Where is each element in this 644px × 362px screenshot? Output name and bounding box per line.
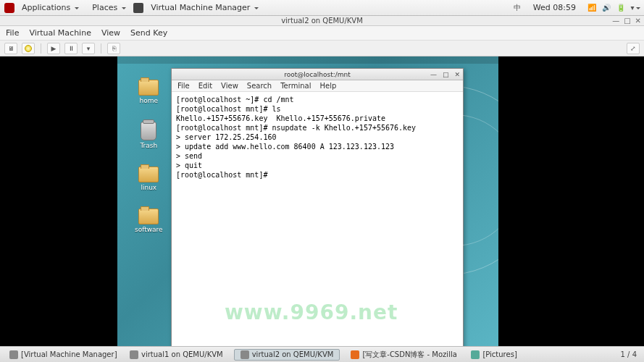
- task-label: [写文章-CSDN博客 - Mozilla Firef...: [362, 350, 460, 360]
- menu-send-key[interactable]: Send Key: [130, 28, 167, 38]
- guest-desktop: home Trash linux software root@lo: [117, 56, 498, 346]
- desktop-icons: home Trash linux software: [135, 80, 163, 233]
- menu-view[interactable]: View: [101, 28, 120, 38]
- desktop-icon-linux[interactable]: linux: [138, 167, 159, 191]
- desktop-icon-trash[interactable]: Trash: [140, 122, 157, 149]
- terminal-minimize-button[interactable]: —: [430, 71, 437, 78]
- fullscreen-button[interactable]: ⤢: [627, 43, 640, 54]
- snapshot-button[interactable]: ⎘: [107, 43, 120, 54]
- console-button[interactable]: 🖥: [4, 43, 17, 54]
- network-icon[interactable]: 📶: [587, 4, 596, 12]
- terminal-menu-terminal[interactable]: Terminal: [280, 82, 311, 90]
- app-icon: [471, 350, 480, 359]
- guest-display-area[interactable]: home Trash linux software root@lo: [0, 56, 644, 346]
- terminal-menu-view[interactable]: View: [221, 82, 238, 90]
- details-button[interactable]: [22, 43, 35, 54]
- task-label: [Virtual Machine Manager]: [21, 350, 117, 358]
- vmm-titlebar: virtual2 on QEMU/KVM — □ ✕: [0, 16, 644, 26]
- taskbar-item-pictures[interactable]: [Pictures]: [464, 349, 523, 361]
- desktop-icon-software[interactable]: software: [135, 209, 163, 233]
- lightbulb-icon: [25, 45, 32, 52]
- pause-button[interactable]: ⏸: [64, 43, 78, 54]
- terminal-maximize-button[interactable]: □: [443, 71, 449, 78]
- task-label: virtual1 on QEMU/KVM: [141, 350, 223, 358]
- battery-icon[interactable]: 🔋: [616, 4, 625, 12]
- app-icon: [130, 350, 138, 359]
- applications-menu[interactable]: Applications: [16, 3, 85, 12]
- run-button[interactable]: ▶: [47, 43, 60, 54]
- distro-icon: [4, 3, 14, 13]
- desktop-icon-home[interactable]: home: [138, 80, 159, 104]
- terminal-menu-help[interactable]: Help: [319, 82, 336, 90]
- menu-virtual-machine[interactable]: Virtual Machine: [29, 28, 91, 38]
- host-top-panel: Applications Places Virtual Machine Mana…: [0, 0, 644, 16]
- icon-label: Trash: [140, 142, 157, 149]
- terminal-menu-search[interactable]: Search: [247, 82, 272, 90]
- firefox-icon: [351, 350, 359, 359]
- terminal-window: root@localhost:/mnt — □ ✕ File Edit View…: [171, 68, 464, 346]
- vmm-menubar: File Virtual Machine View Send Key: [0, 26, 644, 41]
- app-icon: [9, 350, 18, 359]
- volume-icon[interactable]: 🔊: [602, 4, 611, 12]
- close-button[interactable]: ✕: [635, 17, 641, 25]
- active-app-menu[interactable]: Virtual Machine Manager: [145, 3, 264, 12]
- minimize-button[interactable]: —: [612, 17, 619, 25]
- terminal-menu-edit[interactable]: Edit: [198, 82, 212, 90]
- clock[interactable]: Wed 08:59: [527, 3, 582, 12]
- vmm-window: virtual2 on QEMU/KVM — □ ✕ File Virtual …: [0, 16, 644, 346]
- vmm-app-icon: [133, 3, 143, 13]
- task-label: [Pictures]: [482, 350, 517, 358]
- taskbar-item-virtual1[interactable]: virtual1 on QEMU/KVM: [123, 349, 230, 361]
- icon-label: software: [135, 226, 163, 233]
- toolbar-separator: [41, 43, 41, 54]
- terminal-menubar: File Edit View Search Terminal Help: [172, 80, 463, 92]
- trash-icon: [141, 122, 156, 140]
- input-method-indicator[interactable]: 中: [513, 4, 522, 12]
- taskbar-item-virtual2[interactable]: virtual2 on QEMU/KVM: [234, 349, 340, 361]
- host-taskbar: [Virtual Machine Manager] virtual1 on QE…: [0, 346, 644, 362]
- guest-top-panel: [117, 56, 498, 64]
- vmm-title: virtual2 on QEMU/KVM: [281, 17, 363, 25]
- user-menu-icon[interactable]: ▾: [631, 4, 640, 12]
- folder-icon: [138, 167, 159, 182]
- terminal-menu-file[interactable]: File: [177, 82, 190, 90]
- terminal-titlebar: root@localhost:/mnt — □ ✕: [172, 69, 463, 80]
- shutdown-button[interactable]: ▾: [82, 43, 95, 54]
- app-icon: [241, 350, 249, 359]
- icon-label: linux: [141, 184, 156, 191]
- workspace-pager[interactable]: 1 / 4: [616, 350, 641, 358]
- maximize-button[interactable]: □: [624, 17, 630, 25]
- toolbar-separator: [101, 43, 101, 54]
- taskbar-item-vmm[interactable]: [Virtual Machine Manager]: [3, 349, 119, 361]
- icon-label: home: [140, 97, 159, 104]
- vmm-toolbar: 🖥 ▶ ⏸ ▾ ⎘ ⤢: [0, 41, 644, 56]
- task-label: virtual2 on QEMU/KVM: [252, 350, 334, 358]
- menu-file[interactable]: File: [6, 28, 19, 38]
- folder-icon: [138, 209, 159, 224]
- places-menu[interactable]: Places: [86, 3, 132, 12]
- terminal-body[interactable]: [root@localhost ~]# cd /mnt [root@localh…: [172, 92, 463, 346]
- taskbar-item-firefox[interactable]: [写文章-CSDN博客 - Mozilla Firef...: [344, 348, 460, 361]
- terminal-close-button[interactable]: ✕: [454, 71, 460, 78]
- terminal-title: root@localhost:/mnt: [284, 71, 351, 78]
- folder-icon: [138, 80, 159, 96]
